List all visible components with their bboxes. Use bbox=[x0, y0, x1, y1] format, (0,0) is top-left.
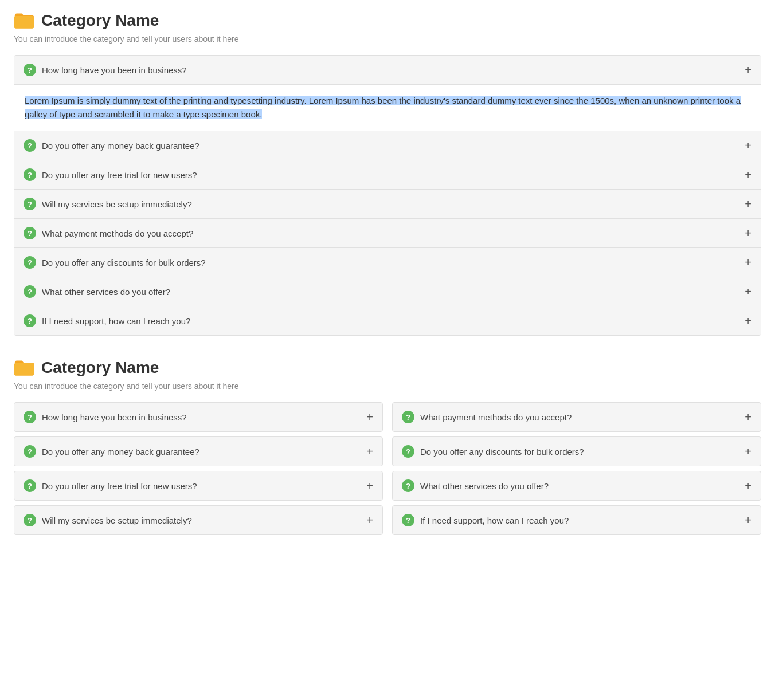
faq-question-text: Do you offer any free trial for new user… bbox=[42, 481, 197, 491]
faq-item-1-5[interactable]: ? What payment methods do you accept? + bbox=[14, 219, 761, 248]
question-icon: ? bbox=[24, 285, 36, 298]
faq-col-1: ? How long have you been in business? + … bbox=[14, 402, 383, 535]
question-icon: ? bbox=[24, 314, 36, 327]
faq-item-left: ? Do you offer any free trial for new us… bbox=[24, 168, 197, 181]
faq-item-left: ? If I need support, how can I reach you… bbox=[24, 314, 190, 327]
category-title-1: Category Name bbox=[41, 11, 159, 30]
faq-expand-icon[interactable]: + bbox=[745, 514, 751, 526]
faq-item-left: ? Do you offer any money back guarantee? bbox=[24, 139, 199, 152]
faq-question-text: Do you offer any free trial for new user… bbox=[42, 170, 197, 180]
question-icon: ? bbox=[24, 256, 36, 269]
faq-expand-icon[interactable]: + bbox=[745, 169, 751, 180]
faq-item-2-4[interactable]: ? Will my services be setup immediately?… bbox=[14, 505, 383, 535]
faq-item-1-1[interactable]: ? How long have you been in business? + bbox=[14, 56, 761, 85]
category-description-1: You can introduce the category and tell … bbox=[14, 34, 761, 44]
question-icon: ? bbox=[402, 479, 414, 492]
question-icon: ? bbox=[24, 227, 36, 239]
question-icon: ? bbox=[24, 479, 36, 492]
faq-item-2-8[interactable]: ? If I need support, how can I reach you… bbox=[392, 505, 761, 535]
faq-item-1-8[interactable]: ? If I need support, how can I reach you… bbox=[14, 306, 761, 335]
category-header-2: Category Name bbox=[14, 359, 761, 377]
faq-item-1-2[interactable]: ? Do you offer any money back guarantee?… bbox=[14, 131, 761, 160]
faq-question-text: If I need support, how can I reach you? bbox=[420, 516, 569, 525]
question-icon: ? bbox=[24, 198, 36, 210]
faq-answer-1-1: Lorem Ipsum is simply dummy text of the … bbox=[14, 85, 761, 131]
faq-question-text: If I need support, how can I reach you? bbox=[42, 316, 190, 326]
category-section-1: Category Name You can introduce the cate… bbox=[14, 11, 761, 336]
faq-item-left: ? What other services do you offer? bbox=[24, 285, 170, 298]
question-icon: ? bbox=[24, 514, 36, 526]
question-icon: ? bbox=[24, 139, 36, 152]
faq-expand-icon[interactable]: + bbox=[366, 411, 373, 423]
faq-item-1-3[interactable]: ? Do you offer any free trial for new us… bbox=[14, 160, 761, 190]
question-icon: ? bbox=[24, 445, 36, 458]
faq-question-text: What other services do you offer? bbox=[42, 287, 170, 297]
category-header-1: Category Name bbox=[14, 11, 761, 30]
faq-item-left: ? Do you offer any money back guarantee? bbox=[24, 445, 199, 458]
faq-item-2-7[interactable]: ? What other services do you offer? + bbox=[392, 471, 761, 501]
category-section-2: Category Name You can introduce the cate… bbox=[14, 359, 761, 535]
faq-question-text: Will my services be setup immediately? bbox=[42, 199, 192, 209]
category-title-2: Category Name bbox=[41, 359, 159, 377]
faq-question-text: What other services do you offer? bbox=[420, 481, 549, 491]
faq-item-left: ? How long have you been in business? bbox=[24, 64, 187, 76]
faq-expand-icon[interactable]: + bbox=[745, 286, 751, 297]
faq-question-text: What payment methods do you accept? bbox=[42, 229, 193, 238]
question-icon: ? bbox=[24, 168, 36, 181]
faq-expand-icon[interactable]: + bbox=[745, 140, 751, 151]
faq-question-text: How long have you been in business? bbox=[42, 412, 187, 422]
faq-expand-icon[interactable]: + bbox=[745, 446, 751, 457]
folder-icon-2 bbox=[14, 359, 34, 376]
faq-expand-icon[interactable]: + bbox=[745, 411, 751, 423]
faq-col-2: ? What payment methods do you accept? + … bbox=[392, 402, 761, 535]
faq-item-left: ? Do you offer any discounts for bulk or… bbox=[402, 445, 584, 458]
faq-item-left: ? What other services do you offer? bbox=[402, 479, 549, 492]
faq-expand-icon[interactable]: + bbox=[745, 480, 751, 491]
faq-item-2-6[interactable]: ? Do you offer any discounts for bulk or… bbox=[392, 436, 761, 466]
faq-question-text: Will my services be setup immediately? bbox=[42, 516, 192, 525]
faq-expand-icon[interactable]: + bbox=[745, 198, 751, 210]
faq-answer-highlighted: Lorem Ipsum is simply dummy text of the … bbox=[25, 96, 741, 119]
faq-item-1-7[interactable]: ? What other services do you offer? + bbox=[14, 277, 761, 306]
folder-icon-1 bbox=[14, 12, 34, 29]
faq-item-left: ? Do you offer any free trial for new us… bbox=[24, 479, 197, 492]
faq-expand-icon[interactable]: + bbox=[366, 514, 373, 526]
faq-item-2-3[interactable]: ? Do you offer any free trial for new us… bbox=[14, 471, 383, 501]
faq-item-left: ? How long have you been in business? bbox=[24, 411, 187, 423]
faq-expand-icon[interactable]: + bbox=[745, 227, 751, 239]
faq-list-1: ? How long have you been in business? + … bbox=[14, 55, 761, 336]
faq-item-1-6[interactable]: ? Do you offer any discounts for bulk or… bbox=[14, 248, 761, 277]
faq-item-2-2[interactable]: ? Do you offer any money back guarantee?… bbox=[14, 436, 383, 466]
faq-question-text: What payment methods do you accept? bbox=[420, 412, 572, 422]
faq-expand-icon[interactable]: + bbox=[745, 257, 751, 268]
question-icon: ? bbox=[402, 445, 414, 458]
question-icon: ? bbox=[402, 411, 414, 423]
faq-item-2-5[interactable]: ? What payment methods do you accept? + bbox=[392, 402, 761, 432]
faq-item-left: ? What payment methods do you accept? bbox=[402, 411, 572, 423]
faq-question-text: Do you offer any discounts for bulk orde… bbox=[42, 258, 206, 268]
faq-item-left: ? Will my services be setup immediately? bbox=[24, 198, 192, 210]
question-icon: ? bbox=[24, 411, 36, 423]
faq-item-left: ? Do you offer any discounts for bulk or… bbox=[24, 256, 206, 269]
faq-item-left: ? Will my services be setup immediately? bbox=[24, 514, 192, 526]
faq-expand-icon[interactable]: + bbox=[745, 315, 751, 327]
faq-item-left: ? If I need support, how can I reach you… bbox=[402, 514, 569, 526]
faq-question-text: How long have you been in business? bbox=[42, 65, 187, 75]
faq-item-1-4[interactable]: ? Will my services be setup immediately?… bbox=[14, 190, 761, 219]
faq-question-text: Do you offer any money back guarantee? bbox=[42, 447, 199, 457]
faq-question-text: Do you offer any money back guarantee? bbox=[42, 141, 199, 151]
category-description-2: You can introduce the category and tell … bbox=[14, 382, 761, 391]
faq-expand-icon[interactable]: + bbox=[366, 446, 373, 457]
faq-item-2-1[interactable]: ? How long have you been in business? + bbox=[14, 402, 383, 432]
faq-expand-icon[interactable]: + bbox=[366, 480, 373, 491]
faq-grid: ? How long have you been in business? + … bbox=[14, 402, 761, 535]
question-icon: ? bbox=[402, 514, 414, 526]
faq-question-text: Do you offer any discounts for bulk orde… bbox=[420, 447, 584, 457]
faq-expand-icon[interactable]: + bbox=[745, 64, 751, 76]
question-icon: ? bbox=[24, 64, 36, 76]
faq-item-left: ? What payment methods do you accept? bbox=[24, 227, 193, 239]
